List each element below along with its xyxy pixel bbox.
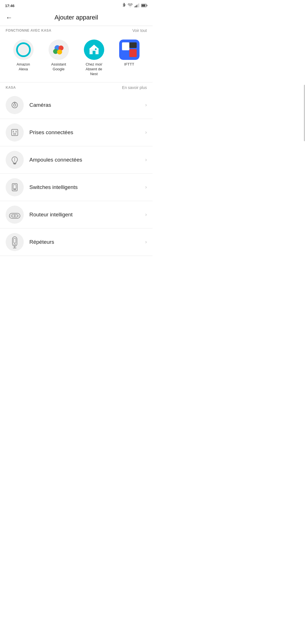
signal-icon bbox=[134, 3, 140, 8]
routeur-label: Routeur intelligent bbox=[29, 212, 145, 218]
nest-icon-wrap bbox=[84, 40, 104, 60]
ifttt-label: IFTTT bbox=[124, 62, 134, 67]
prises-label: Prises connectées bbox=[29, 129, 145, 136]
svg-rect-3 bbox=[138, 4, 138, 7]
partner-ifttt[interactable]: IFTTT bbox=[112, 40, 147, 77]
svg-rect-17 bbox=[122, 42, 129, 50]
svg-rect-38 bbox=[11, 215, 12, 217]
svg-rect-39 bbox=[17, 215, 18, 217]
ampoules-icon-wrap bbox=[6, 151, 24, 169]
google-label: AssistantGoogle bbox=[51, 62, 66, 72]
routeur-icon-wrap bbox=[6, 206, 24, 224]
cameras-chevron: › bbox=[145, 102, 147, 108]
svg-point-37 bbox=[14, 215, 16, 216]
switches-chevron: › bbox=[145, 184, 147, 190]
ampoules-label: Ampoules connectées bbox=[29, 157, 145, 163]
status-bar: 17:46 bbox=[0, 0, 152, 10]
list-item-prises[interactable]: Prises connectées › bbox=[0, 119, 152, 146]
prises-chevron: › bbox=[145, 129, 147, 135]
works-with-section-header: FONCTIONNE AVEC KASA Voir tout bbox=[0, 26, 152, 35]
back-button[interactable]: ← bbox=[6, 14, 12, 21]
list-item-switches[interactable]: Switches intelligents › bbox=[0, 174, 152, 201]
cameras-icon-wrap bbox=[6, 96, 24, 114]
camera-icon bbox=[9, 100, 20, 110]
alexa-label: AmazonAlexa bbox=[17, 62, 30, 72]
list-item-repeteurs[interactable]: Répéteurs › bbox=[0, 229, 152, 256]
svg-rect-2 bbox=[136, 5, 137, 7]
svg-rect-7 bbox=[141, 4, 145, 6]
svg-rect-40 bbox=[12, 237, 17, 246]
nest-label: Chez moi/Absent deNest bbox=[86, 62, 102, 77]
routeur-chevron: › bbox=[145, 212, 147, 217]
battery-icon bbox=[141, 4, 147, 8]
svg-rect-19 bbox=[129, 42, 137, 48]
status-time: 17:46 bbox=[5, 4, 14, 8]
partner-nest[interactable]: Chez moi/Absent deNest bbox=[76, 40, 112, 77]
page-title: Ajouter appareil bbox=[15, 14, 138, 21]
kasa-label: KASA bbox=[6, 86, 16, 90]
svg-point-21 bbox=[14, 104, 16, 106]
prises-icon-wrap bbox=[6, 123, 24, 142]
device-list: Caméras › Prises connectées › Ampoules c… bbox=[0, 92, 152, 256]
ifttt-logo-icon bbox=[119, 40, 140, 60]
svg-rect-32 bbox=[13, 185, 16, 189]
cameras-label: Caméras bbox=[29, 102, 145, 108]
en-savoir-plus-link[interactable]: En savoir plus bbox=[122, 85, 147, 90]
switches-label: Switches intelligents bbox=[29, 184, 145, 190]
status-icons bbox=[122, 3, 147, 9]
ampoules-chevron: › bbox=[145, 157, 147, 163]
repeteurs-chevron: › bbox=[145, 239, 147, 245]
partner-amazon-alexa[interactable]: AmazonAlexa bbox=[6, 40, 41, 77]
works-with-label: FONCTIONNE AVEC KASA bbox=[6, 29, 51, 32]
page-header: ← Ajouter appareil bbox=[0, 10, 152, 26]
wifi-icon bbox=[128, 3, 133, 8]
bluetooth-icon bbox=[122, 3, 126, 9]
bulb-icon bbox=[9, 155, 20, 165]
switches-icon-wrap bbox=[6, 178, 24, 196]
repeteurs-icon-wrap bbox=[6, 233, 24, 251]
nest-house-icon bbox=[88, 43, 100, 56]
kasa-section-header: KASA En savoir plus bbox=[0, 82, 152, 92]
repeteurs-label: Répéteurs bbox=[29, 239, 145, 245]
partner-google-assistant[interactable]: AssistantGoogle bbox=[41, 40, 76, 77]
partner-strip: AmazonAlexa AssistantGoogle Chez moi/Abs… bbox=[0, 35, 152, 82]
svg-point-41 bbox=[14, 244, 16, 245]
list-item-ampoules[interactable]: Ampoules connectées › bbox=[0, 146, 152, 174]
router-icon bbox=[8, 209, 21, 220]
svg-point-11 bbox=[57, 49, 62, 55]
voir-tout-link[interactable]: Voir tout bbox=[132, 28, 147, 33]
alexa-ring-icon bbox=[16, 42, 31, 57]
svg-point-15 bbox=[95, 48, 97, 50]
svg-rect-18 bbox=[129, 49, 137, 57]
google-dots-icon bbox=[52, 43, 66, 57]
list-item-routeur[interactable]: Routeur intelligent › bbox=[0, 201, 152, 229]
repeater-icon bbox=[9, 236, 20, 249]
plug-icon bbox=[9, 127, 20, 138]
svg-rect-4 bbox=[138, 3, 139, 7]
svg-rect-6 bbox=[147, 5, 147, 6]
svg-rect-13 bbox=[93, 51, 95, 54]
google-icon-wrap bbox=[49, 40, 69, 60]
alexa-icon-wrap bbox=[13, 40, 34, 60]
svg-rect-1 bbox=[136, 6, 136, 7]
svg-rect-0 bbox=[134, 6, 135, 8]
switch-icon bbox=[9, 182, 20, 193]
svg-rect-42 bbox=[14, 238, 16, 243]
svg-rect-27 bbox=[14, 133, 16, 134]
list-item-cameras[interactable]: Caméras › bbox=[0, 92, 152, 119]
ifttt-icon-wrap bbox=[119, 40, 140, 60]
svg-rect-36 bbox=[12, 214, 17, 217]
svg-marker-14 bbox=[89, 45, 99, 49]
